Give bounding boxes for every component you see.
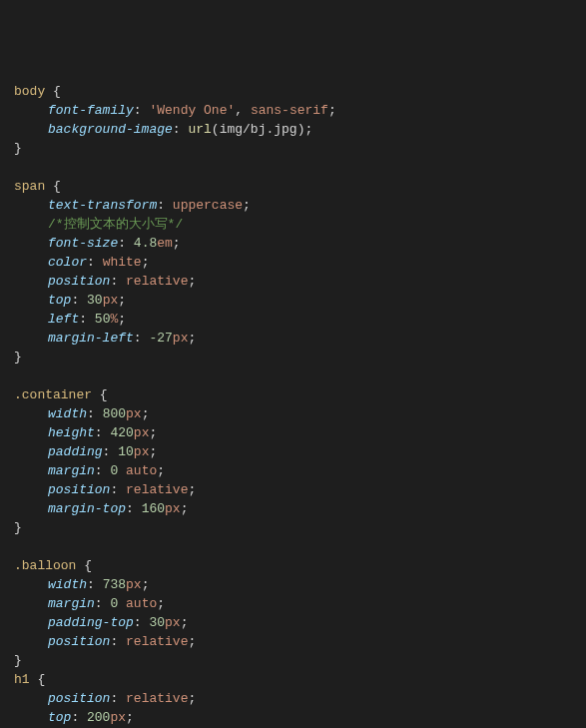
- brace-close: }: [14, 518, 572, 537]
- declaration-line: position: relative;: [14, 272, 572, 291]
- code-block: body {font-family: 'Wendy One', sans-ser…: [14, 82, 572, 728]
- declaration-line: position: relative;: [14, 632, 572, 651]
- brace-close: }: [14, 348, 572, 366]
- declaration-line: margin-left: -27px;: [14, 329, 572, 348]
- selector-line: span {: [14, 177, 572, 196]
- selector-line: h1 {: [14, 670, 572, 689]
- declaration-line: font-family: 'Wendy One', sans-serif;: [14, 101, 572, 120]
- declaration-line: position: relative;: [14, 689, 572, 708]
- declaration-line: margin-top: 160px;: [14, 499, 572, 518]
- declaration-line: background-image: url(img/bj.jpg);: [14, 120, 572, 139]
- declaration-line: width: 738px;: [14, 575, 572, 594]
- declaration-line: text-transform: uppercase;: [14, 196, 572, 215]
- declaration-line: position: relative;: [14, 480, 572, 499]
- blank-line: [14, 158, 572, 177]
- selector-line: .container {: [14, 385, 572, 404]
- blank-line: [14, 366, 572, 385]
- brace-close: }: [14, 651, 572, 670]
- selector-line: .balloon {: [14, 556, 572, 575]
- declaration-line: margin: 0 auto;: [14, 594, 572, 613]
- declaration-line: left: 50%;: [14, 310, 572, 329]
- brace-close: }: [14, 139, 572, 158]
- declaration-line: color: white;: [14, 253, 572, 272]
- declaration-line: padding: 10px;: [14, 442, 572, 461]
- declaration-line: top: 200px;: [14, 708, 572, 727]
- declaration-line: height: 420px;: [14, 423, 572, 442]
- comment-line: /*控制文本的大小写*/: [14, 215, 572, 234]
- declaration-line: top: 30px;: [14, 291, 572, 310]
- selector-line: body {: [14, 82, 572, 101]
- declaration-line: padding-top: 30px;: [14, 613, 572, 632]
- declaration-line: width: 800px;: [14, 404, 572, 423]
- declaration-line: margin: 0 auto;: [14, 461, 572, 480]
- blank-line: [14, 537, 572, 556]
- declaration-line: font-size: 4.8em;: [14, 234, 572, 253]
